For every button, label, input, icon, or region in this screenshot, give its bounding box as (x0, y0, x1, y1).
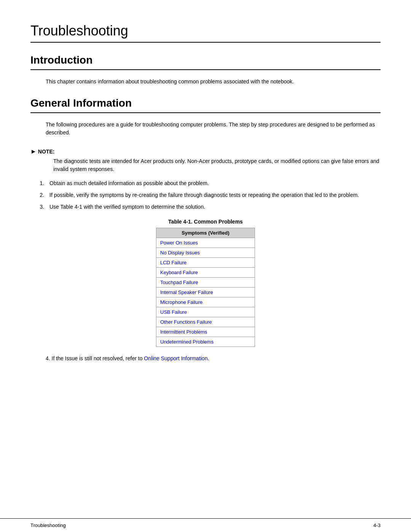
steps-list: Obtain as much detailed information as p… (46, 179, 381, 211)
table-row: Internal Speaker Failure (156, 288, 255, 297)
page-container: Troubleshooting Introduction This chapte… (0, 0, 411, 510)
table-row-link-6[interactable]: Microphone Failure (160, 299, 202, 305)
table-row-link-4[interactable]: Touchpad Failure (160, 280, 198, 285)
table-row: LCD Failure (156, 258, 255, 268)
table-row: Microphone Failure (156, 297, 255, 307)
general-information-body: The following procedures are a guide for… (46, 121, 381, 137)
introduction-text: This chapter contains information about … (46, 78, 381, 86)
note-arrow-icon: ► (30, 148, 37, 155)
table-row: Power On Issues (156, 238, 255, 248)
table-row: Keyboard Failure (156, 268, 255, 278)
step-1: Obtain as much detailed information as p… (46, 179, 381, 187)
step-2: If possible, verify the symptoms by re-c… (46, 191, 381, 199)
table-row: Other Functions Failure (156, 317, 255, 327)
table-row: USB Failure (156, 307, 255, 317)
note-label: ► NOTE: (30, 148, 381, 155)
table-body: Power On IssuesNo Display IssuesLCD Fail… (156, 238, 255, 347)
introduction-heading: Introduction (30, 54, 381, 66)
table-row-link-9[interactable]: Intermittent Problems (160, 329, 207, 335)
general-information-heading: General Information (30, 97, 381, 109)
step4-prefix: If the Issue is still not resolved, refe… (52, 355, 144, 361)
step-3: Use Table 4-1 with the verified symptom … (46, 203, 381, 211)
general-information-rule (30, 112, 381, 113)
table-row-link-1[interactable]: No Display Issues (160, 250, 200, 256)
footer-right: 4-3 (373, 522, 381, 528)
table-row: Touchpad Failure (156, 278, 255, 288)
table-caption: Table 4-1. Common Problems (168, 219, 243, 225)
table-row-link-2[interactable]: LCD Failure (160, 260, 186, 265)
note-container: ► NOTE: The diagnostic tests are intende… (30, 148, 381, 173)
table-row-link-10[interactable]: Undetermined Problems (160, 339, 213, 345)
online-support-link[interactable]: Online Support Information (144, 355, 207, 361)
title-rule (30, 42, 381, 43)
common-problems-table: Symptoms (Verified) Power On IssuesNo Di… (156, 228, 255, 347)
table-row: No Display Issues (156, 248, 255, 258)
step-4: 4. If the Issue is still not resolved, r… (46, 355, 381, 363)
footer-left: Troubleshooting (30, 522, 66, 528)
table-row-link-3[interactable]: Keyboard Failure (160, 270, 198, 275)
table-row-link-7[interactable]: USB Failure (160, 309, 187, 315)
table-header-row: Symptoms (Verified) (156, 228, 255, 238)
table-row-link-8[interactable]: Other Functions Failure (160, 319, 212, 325)
note-label-text: NOTE: (38, 149, 55, 155)
table-section: Table 4-1. Common Problems Symptoms (Ver… (30, 219, 381, 347)
page-footer: Troubleshooting 4-3 (0, 518, 411, 532)
page-title: Troubleshooting (30, 23, 381, 39)
introduction-rule (30, 69, 381, 70)
table-row: Undetermined Problems (156, 337, 255, 347)
table-row: Intermittent Problems (156, 327, 255, 337)
table-row-link-5[interactable]: Internal Speaker Failure (160, 289, 213, 295)
table-header-cell: Symptoms (Verified) (156, 228, 255, 238)
table-row-link-0[interactable]: Power On Issues (160, 240, 198, 246)
note-text: The diagnostic tests are intended for Ac… (53, 157, 381, 173)
step4-suffix: . (208, 355, 209, 361)
